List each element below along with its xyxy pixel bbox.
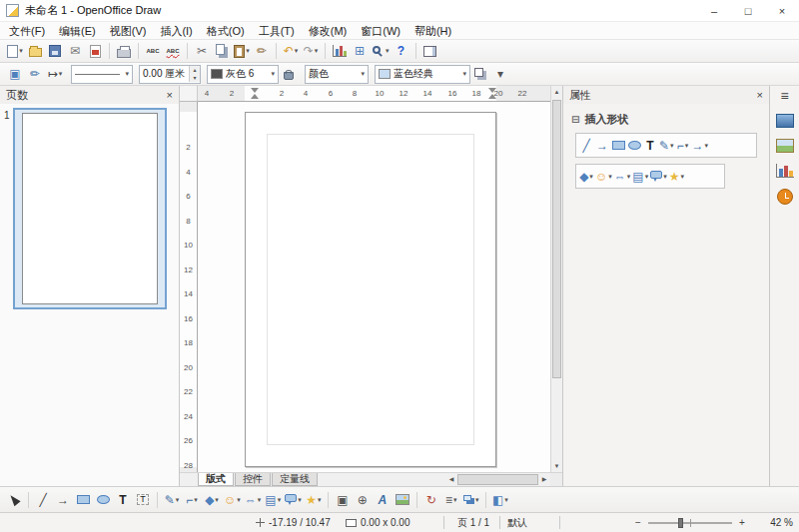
dropdown-arrow-icon[interactable]: ▾ [19, 47, 23, 55]
flowchart-tool[interactable]: ▤▾ [264, 490, 282, 510]
format-paintbrush-button[interactable]: ✏ [253, 41, 271, 61]
flowchart-tool[interactable]: ▤▾ [631, 167, 649, 187]
dropdown-arrow-icon[interactable]: ▾ [295, 47, 299, 55]
dropdown-arrow-icon[interactable]: ▾ [246, 47, 250, 55]
menu-tools[interactable]: 工具(T) [252, 22, 302, 40]
dropdown-arrow-icon[interactable]: ▾ [504, 496, 508, 504]
line-style-select[interactable]: ▾ [71, 65, 133, 84]
sidebar-tab-styles[interactable] [777, 189, 793, 205]
alignment-button[interactable]: ≡▾ [442, 490, 460, 510]
dropdown-arrow-icon[interactable]: ▾ [608, 173, 612, 181]
dropdown-arrow-icon[interactable]: ▾ [258, 496, 262, 504]
menu-view[interactable]: 视图(V) [103, 22, 154, 40]
dropdown-arrow-icon[interactable]: ▾ [237, 496, 241, 504]
rotate-button[interactable]: ↻ [422, 490, 440, 510]
page-thumbnail[interactable] [13, 108, 167, 309]
area-style-select[interactable]: 颜色 ▾ [305, 65, 369, 84]
connector-tool[interactable]: ⌐▾ [183, 490, 201, 510]
rectangle-tool[interactable] [74, 490, 92, 510]
menu-window[interactable]: 窗口(W) [354, 22, 407, 40]
insert-arrow-tool[interactable]: → [594, 136, 610, 156]
zoom-in-button[interactable]: + [737, 517, 747, 528]
dropdown-arrow-icon[interactable]: ▾ [358, 70, 365, 78]
redo-button[interactable]: ↷▾ [302, 41, 320, 61]
email-button[interactable]: ✉ [66, 41, 84, 61]
ellipse-tool[interactable] [94, 490, 112, 510]
dropdown-arrow-icon[interactable]: ▾ [685, 142, 689, 150]
zoom-slider-thumb[interactable] [678, 518, 683, 528]
dropdown-arrow-icon[interactable]: ▾ [194, 496, 198, 504]
shadow-button[interactable] [471, 64, 489, 84]
line-ends-arrow-tool[interactable]: → [54, 490, 72, 510]
vertical-ruler[interactable]: 246810121416182022242628 [180, 102, 198, 472]
horizontal-ruler[interactable]: 42246810121416182022 [198, 86, 550, 102]
insert-ellipse-tool[interactable] [626, 136, 642, 156]
sidebar-menu-icon[interactable]: ≡ [780, 89, 788, 103]
autospellcheck-button[interactable]: ABC [164, 41, 182, 61]
insert-picture-button[interactable] [394, 490, 411, 510]
dropdown-arrow-icon[interactable]: ▾ [459, 70, 466, 78]
dropdown-arrow-icon[interactable]: ▾ [268, 70, 275, 78]
dropdown-arrow-icon[interactable]: ▾ [122, 70, 129, 78]
edit-points-button[interactable]: ▣ [334, 490, 352, 510]
dropdown-arrow-icon[interactable]: ▾ [663, 173, 667, 181]
line-color-select[interactable]: 灰色 6 ▾ [207, 65, 279, 84]
drawing-canvas[interactable] [198, 102, 550, 472]
dropdown-arrow-icon[interactable]: ▾ [318, 496, 322, 504]
insert-chart-button[interactable] [331, 41, 349, 61]
dropdown-arrow-icon[interactable]: ▾ [670, 142, 674, 150]
sidebar-tab-navigator[interactable] [776, 164, 794, 178]
horizontal-scrollbar[interactable]: ◀ ▶ [445, 473, 550, 486]
menu-insert[interactable]: 插入(I) [153, 22, 199, 40]
zoom-level[interactable]: 42 % [753, 513, 793, 532]
stars-tool[interactable]: ★▾ [668, 167, 685, 187]
dropdown-arrow-icon[interactable]: ▾ [645, 173, 649, 181]
drawing-page[interactable] [245, 112, 496, 467]
close-button[interactable]: × [765, 0, 799, 22]
horizontal-scrollbar-thumb[interactable] [457, 474, 538, 485]
sidebar-tab-properties[interactable] [776, 114, 794, 128]
collapse-icon[interactable]: ⊟ [571, 114, 579, 125]
new-document-button[interactable]: ▾ [6, 41, 24, 61]
cut-button[interactable]: ✂ [193, 41, 211, 61]
line-width-input[interactable]: 0.00 厘米 ▴ ▾ [139, 65, 201, 84]
scroll-down-button[interactable]: ▼ [551, 460, 562, 472]
menu-format[interactable]: 格式(O) [200, 22, 252, 40]
spin-up-icon[interactable]: ▴ [190, 66, 200, 74]
insert-text-tool[interactable]: T [642, 136, 658, 156]
basic-shapes-tool[interactable]: ◆▾ [203, 490, 221, 510]
sidebar-tab-gallery[interactable] [776, 139, 794, 153]
dropdown-arrow-icon[interactable]: ▾ [627, 173, 631, 181]
curve-tool[interactable]: ✎▾ [163, 490, 181, 510]
line-width-value[interactable]: 0.00 厘米 [140, 67, 189, 81]
maximize-button[interactable]: □ [731, 0, 765, 22]
block-arrows-tool[interactable]: ⇔▾ [244, 490, 263, 510]
copy-button[interactable] [213, 41, 231, 61]
dropdown-arrow-icon[interactable]: ▾ [589, 173, 593, 181]
insert-table-button[interactable]: ⊞ [351, 41, 369, 61]
arrange-button[interactable]: ▾ [462, 490, 480, 510]
undo-button[interactable]: ↶▾ [282, 41, 300, 61]
spin-down-icon[interactable]: ▾ [190, 74, 200, 82]
dropdown-arrow-icon[interactable]: ▾ [176, 496, 180, 504]
save-button[interactable] [46, 41, 64, 61]
sidebar-toggle-button[interactable] [421, 41, 439, 61]
menu-modify[interactable]: 修改(M) [302, 22, 355, 40]
tab-layout[interactable]: 版式 [198, 473, 234, 486]
tab-controls[interactable]: 控件 [235, 473, 271, 486]
scroll-left-button[interactable]: ◀ [445, 473, 457, 486]
select-tool[interactable] [5, 490, 23, 510]
spellcheck-button[interactable]: ABC [144, 41, 162, 61]
callouts-tool[interactable]: ▾ [649, 167, 668, 187]
extrusion-button[interactable]: ◧▾ [491, 490, 509, 510]
text-tool[interactable]: T [114, 490, 132, 510]
open-button[interactable] [26, 41, 44, 61]
insert-rectangle-tool[interactable] [610, 136, 626, 156]
paste-button[interactable]: ▾ [233, 41, 251, 61]
insert-shapes-section-header[interactable]: ⊟ 插入形状 [571, 112, 769, 127]
toolbar-options-button[interactable]: ▾ [491, 64, 509, 84]
help-button[interactable]: ? [393, 41, 410, 61]
area-fill-button[interactable] [280, 64, 298, 84]
dropdown-arrow-icon[interactable]: ▾ [298, 496, 302, 504]
arrow-style-button[interactable]: ↦▾ [46, 64, 64, 84]
